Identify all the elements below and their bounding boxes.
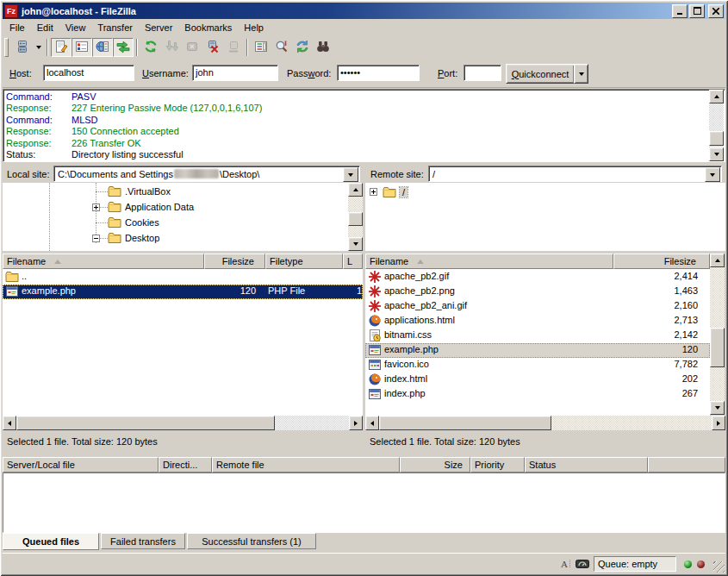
menu-item-view[interactable]: View [59, 21, 92, 34]
log-scrollbar-down-button[interactable] [709, 147, 724, 161]
minimize-button[interactable] [672, 4, 688, 18]
file-row-example.php[interactable]: example.php120PHP File1 [3, 285, 363, 299]
tab-queued-files[interactable]: Queued files [3, 533, 99, 550]
tree-item-root[interactable]: / [383, 185, 408, 200]
file-row-bitnami.css[interactable]: bitnami.css2,142 [365, 329, 710, 343]
local-list-hscrollbar-right-button[interactable] [349, 416, 363, 430]
tree-expander-expand[interactable] [370, 188, 377, 196]
maximize-button[interactable] [689, 4, 705, 18]
local-list-hscrollbar-thumb[interactable] [16, 416, 275, 430]
local-directory-tree[interactable]: .VirtualBoxApplication DataCookiesDeskto… [3, 183, 348, 251]
tab-failed-transfers[interactable]: Failed transfers [101, 533, 185, 549]
local-column-filename[interactable]: Filename [3, 254, 204, 269]
file-row-apache-pb2-ani.gif[interactable]: apache_pb2_ani.gif2,160 [365, 299, 710, 314]
file-row-apache-pb2.png[interactable]: apache_pb2.png1,463 [365, 285, 710, 299]
remote-site-dropdown-button[interactable] [705, 167, 720, 182]
triangle-down-icon [714, 153, 719, 156]
log-line: Response:226 Transfer OK [3, 138, 725, 149]
tree-expander-collapse[interactable] [92, 235, 100, 242]
tree-item--virtualbox[interactable]: .VirtualBox [108, 184, 171, 199]
remote-list-hscrollbar-thumb[interactable] [379, 416, 551, 430]
remote-list-hscrollbar-left-button[interactable] [365, 416, 379, 430]
resize-grip[interactable] [713, 561, 725, 573]
remote-site-combobox[interactable]: / [428, 166, 722, 182]
file-size: 267 [612, 388, 698, 398]
remote-list-scrollbar-down-button[interactable] [710, 401, 725, 415]
local-column-last-modified[interactable]: L [343, 254, 363, 269]
disconnect-button[interactable] [202, 38, 223, 57]
remote-list-scrollbar-thumb[interactable] [710, 328, 725, 367]
remote-column-filesize[interactable]: Filesize [613, 254, 710, 269]
tree-expander-expand[interactable] [92, 203, 100, 211]
toggle-message-log-button[interactable] [51, 38, 72, 57]
file-row-..[interactable]: .. [3, 270, 363, 285]
quickconnect-button[interactable]: Quickconnect [506, 64, 575, 84]
menu-item-help[interactable]: Help [238, 21, 270, 34]
password-input[interactable]: •••••• [337, 65, 420, 81]
queue-column-remote-file[interactable]: Remote file [212, 457, 400, 473]
site-manager-dropdown-button[interactable] [33, 38, 44, 57]
local-column-filetype[interactable]: Filetype [265, 254, 343, 269]
port-input[interactable] [464, 65, 501, 81]
queue-column-server-local-file[interactable]: Server/Local file [3, 457, 159, 473]
file-row-index.html[interactable]: index.html202 [365, 373, 710, 387]
remote-list-hscrollbar-right-button[interactable] [712, 416, 725, 430]
menu-item-transfer[interactable]: Transfer [91, 21, 139, 34]
host-input[interactable]: localhost [43, 65, 134, 81]
close-button[interactable] [708, 4, 724, 18]
titlebar[interactable]: Fz john@localhost - FileZilla [3, 3, 725, 19]
menu-item-server[interactable]: Server [139, 21, 178, 34]
ico-file-icon [368, 358, 382, 372]
tab-successful-transfers-1-[interactable]: Successful transfers (1) [187, 533, 316, 549]
file-row-example.php[interactable]: example.php120 [365, 343, 710, 358]
tree-item-application-data[interactable]: Application Data [108, 199, 194, 215]
local-list-hscrollbar-left-button[interactable] [3, 416, 16, 430]
menu-item-bookmarks[interactable]: Bookmarks [178, 21, 238, 34]
local-tree-scrollbar-up-button[interactable] [348, 183, 363, 197]
quickconnect-dropdown-button[interactable] [574, 64, 588, 84]
log-scrollbar-up-button[interactable] [709, 90, 724, 103]
queue-column-status[interactable]: Status [525, 457, 648, 473]
queue-column-directi-[interactable]: Directi... [159, 457, 212, 473]
local-site-dropdown-button[interactable] [343, 167, 358, 182]
find-files-button[interactable] [313, 38, 333, 57]
log-line-label: Command: [6, 115, 72, 126]
site-manager-button[interactable] [12, 38, 33, 57]
username-input[interactable]: john [192, 65, 278, 81]
refresh-button[interactable] [140, 38, 161, 57]
status-bar: A Queue: empty [3, 553, 725, 573]
file-size: 2,414 [612, 271, 698, 281]
local-tree-scrollbar-thumb[interactable] [348, 212, 363, 226]
tree-item-cookies[interactable]: Cookies [108, 215, 159, 230]
reconnect-button[interactable] [223, 38, 244, 57]
toggle-remote-tree-button[interactable] [92, 38, 113, 57]
synchronized-browsing-button[interactable] [292, 38, 313, 57]
toggle-transfer-queue-button[interactable] [113, 38, 134, 57]
file-row-favicon.ico[interactable]: favicon.ico7,782 [365, 358, 710, 373]
file-row-index.php[interactable]: index.php267 [365, 387, 710, 402]
queue-column-priority[interactable]: Priority [470, 457, 525, 473]
queue-header-filler[interactable] [648, 457, 725, 473]
queue-column-size[interactable]: Size [400, 457, 470, 473]
cancel-operation-button[interactable] [182, 38, 202, 57]
directory-filters-button[interactable] [251, 38, 271, 57]
local-site-combobox[interactable]: C:\Documents and Settings\Desktop\ [53, 166, 360, 182]
directory-comparison-button[interactable] [271, 38, 292, 57]
toggle-local-tree-button[interactable] [72, 38, 92, 57]
remote-column-filename[interactable]: Filename [365, 254, 613, 269]
remote-directory-tree[interactable]: / [365, 183, 725, 251]
tree-item-label: .VirtualBox [125, 186, 171, 197]
tree-item-label: / [400, 187, 408, 197]
queue-status-pane: Queue: empty [594, 556, 676, 572]
file-row-apache-pb2.gif[interactable]: apache_pb2.gif2,414 [365, 270, 710, 285]
log-scrollbar-thumb[interactable] [709, 131, 724, 146]
local-tree-scrollbar-down-button[interactable] [348, 237, 363, 251]
local-column-filesize[interactable]: Filesize [204, 254, 265, 269]
menu-item-edit[interactable]: Edit [31, 21, 59, 34]
process-queue-button[interactable] [161, 38, 182, 57]
toolbar-grip[interactable] [4, 38, 9, 57]
file-row-applications.html[interactable]: applications.html2,713 [365, 314, 710, 329]
tree-item-desktop[interactable]: Desktop [108, 230, 159, 246]
remote-list-scrollbar-up-button[interactable] [710, 254, 725, 267]
menu-item-file[interactable]: File [3, 21, 31, 34]
